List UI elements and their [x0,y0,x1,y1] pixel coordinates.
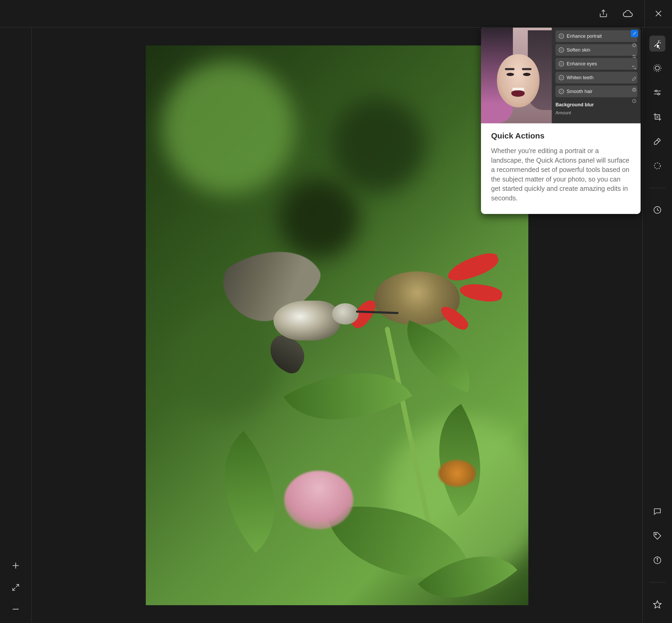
preview-section-label: Background blur [556,102,637,108]
adjust-tool[interactable] [649,85,665,100]
hummingbird-body [274,301,340,340]
bokeh [279,178,359,258]
target-icon [559,33,564,39]
zoom-out-button[interactable] [10,603,22,615]
preview-pill: Smooth hair [556,86,637,97]
svg-point-8 [655,90,657,92]
svg-point-14 [657,558,657,559]
topbar-actions [597,8,644,20]
plus-icon [11,561,20,570]
quick-actions-tool[interactable] [649,36,665,52]
tooltip-text: Quick Actions Whether you're editing a p… [481,123,641,214]
eraser-icon [632,76,637,82]
svg-point-4 [632,88,636,91]
aperture-icon [632,87,637,93]
preview-pill-label: Enhance portrait [567,33,602,39]
right-toolbar-bottom [643,503,672,623]
svg-point-2 [633,55,634,56]
preview-pill: Soften skin [556,44,637,56]
background-flower [439,460,476,487]
leaf [393,320,484,392]
expand-icon [12,584,20,591]
fit-screen-button[interactable] [10,582,22,593]
preview-pill: Whiten teeth [556,72,637,84]
clock-icon [632,98,637,104]
preview-side-icons [630,30,639,104]
crop-icon [653,112,662,121]
comment-icon [653,507,662,516]
star-icon [652,600,662,609]
bokeh [172,311,279,418]
info-tool[interactable] [649,552,665,568]
info-icon [653,556,662,565]
bokeh [332,98,425,191]
crop-tool[interactable] [649,109,665,125]
tag-tool[interactable] [649,528,665,544]
preview-pill-label: Enhance eyes [567,61,597,67]
share-button[interactable] [597,8,609,20]
right-toolbar [642,28,672,623]
erase-tool[interactable] [649,134,665,149]
clock-icon [653,205,662,214]
target-icon [559,75,564,80]
flower-petal [459,281,503,304]
minus-icon [11,605,20,614]
toolbar-divider [649,582,665,583]
comment-tool[interactable] [649,503,665,520]
right-toolbar-top [643,28,672,218]
eraser-icon [653,137,662,146]
sliders-icon [653,88,662,97]
target-icon [559,61,564,66]
app-body: Enhance portrait Soften skin Enhance eye… [0,28,672,623]
quick-actions-tooltip: Enhance portrait Soften skin Enhance eye… [481,28,641,214]
svg-point-12 [655,534,656,535]
toolbar-divider [649,188,665,188]
zoom-in-button[interactable] [10,560,22,571]
mask-tool[interactable] [649,158,665,174]
svg-point-0 [633,44,636,47]
swap-icon [632,65,637,71]
magic-wand-icon [631,30,638,37]
preview-pill: Enhance eyes [556,58,637,70]
svg-point-6 [655,66,660,70]
target-icon [559,47,564,53]
left-toolbar [0,28,32,623]
preview-pill-label: Whiten teeth [567,75,593,81]
favorite-toggle[interactable] [649,596,665,612]
tooltip-preview: Enhance portrait Soften skin Enhance eye… [481,28,641,123]
canvas[interactable]: Enhance portrait Soften skin Enhance eye… [32,28,642,623]
dotted-circle-icon [653,161,662,170]
preview-portrait [481,28,552,123]
svg-point-9 [657,93,660,95]
preview-panel: Enhance portrait Soften skin Enhance eye… [552,28,641,123]
healing-brush-icon [632,42,637,48]
svg-point-3 [635,57,635,58]
tooltip-body: Whether you're editing a portrait or a l… [491,146,631,203]
tag-icon [653,531,662,540]
tooltip-title: Quick Actions [491,131,631,140]
svg-point-10 [654,163,661,169]
close-icon [654,9,663,18]
healing-tool[interactable] [649,60,665,76]
preview-pill-label: Soften skin [567,47,590,53]
magic-wand-icon [653,39,662,48]
background-flower [284,471,353,529]
cloud-sync-button[interactable] [622,8,634,20]
sliders-icon [632,54,637,60]
svg-point-7 [654,65,661,72]
preview-amount-label: Amount [556,110,637,116]
close-button[interactable] [644,0,672,27]
hummingbird-head [332,303,359,325]
target-icon [559,89,564,94]
preview-pill-label: Smooth hair [567,89,592,94]
photo [146,46,528,605]
history-tool[interactable] [649,202,665,218]
share-icon [598,9,608,18]
topbar [0,0,672,28]
cloud-icon [622,8,633,19]
bokeh [162,61,295,194]
healing-brush-icon [652,63,662,73]
preview-pill: Enhance portrait [556,30,637,42]
flower-petal [445,249,501,285]
app-root: Enhance portrait Soften skin Enhance eye… [0,0,672,623]
